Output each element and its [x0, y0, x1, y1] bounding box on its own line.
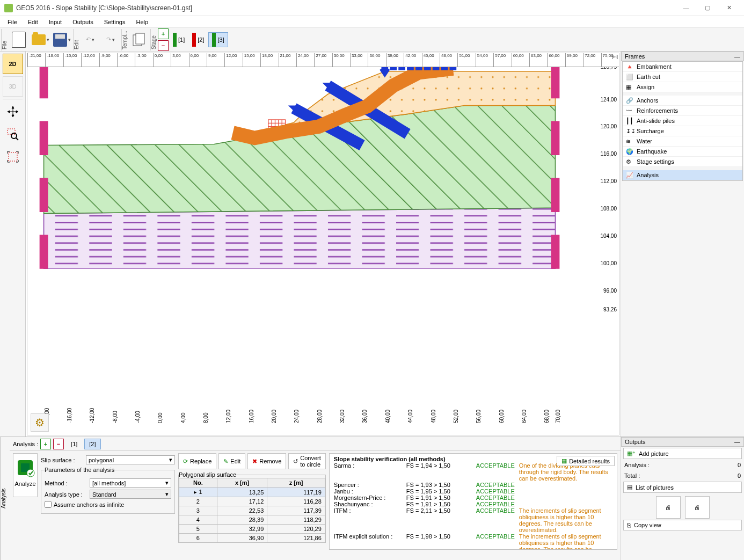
outputs-panel: Outputs— ▦⁺Add picture Analysis :0 Total… — [621, 437, 744, 560]
frame-icon: ≋ — [626, 138, 633, 144]
ruler-tick: 48,00 — [440, 53, 452, 67]
zoom-window-button[interactable] — [3, 124, 23, 144]
y-tick: 108,00 — [600, 206, 617, 212]
frame-item-surcharge[interactable]: ↧↧Surcharge — [623, 126, 742, 136]
minimize-button[interactable]: — — [675, 0, 697, 16]
stage-1[interactable]: [1] — [170, 33, 188, 47]
chevron-down-icon: ▾ — [68, 37, 71, 42]
collapse-button[interactable]: — — [734, 53, 740, 60]
analysis-2[interactable]: [2] — [84, 439, 100, 449]
outputs-total-label: Total : — [624, 472, 640, 479]
analysis-type-select[interactable]: Standard▾ — [90, 490, 171, 499]
slip-surface-select[interactable]: polygonal▾ — [86, 455, 175, 464]
maximize-button[interactable]: ▢ — [697, 0, 718, 16]
ruler-tick: 6,00 — [189, 53, 199, 67]
remove-button[interactable]: ✖Remove — [247, 453, 286, 469]
open-file-button[interactable]: ▾ — [30, 30, 50, 50]
result-row: ITFM :FS = 2,11 > 1,50ACCEPTABLEThe incr… — [334, 507, 612, 533]
replace-button[interactable]: ⟳Replace — [178, 453, 216, 469]
copy-view-button[interactable]: ⎘Copy view — [623, 520, 742, 530]
y-tick: 116,00 — [600, 151, 617, 157]
y-tick: 120,00 — [600, 123, 617, 129]
table-row[interactable]: 217,12116,28 — [179, 497, 325, 506]
menu-outputs[interactable]: Outputs — [67, 18, 99, 26]
frame-item-assign[interactable]: ▦Assign — [623, 82, 742, 92]
remove-stage-button[interactable]: − — [158, 40, 169, 51]
extents-icon — [6, 150, 19, 163]
analysis-1[interactable]: [1] — [66, 439, 82, 449]
menu-edit[interactable]: Edit — [23, 18, 43, 26]
frame-item-anti-slide-piles[interactable]: ┃┃Anti-slide piles — [623, 116, 742, 126]
convert-button[interactable]: ↺Convert to circle — [288, 453, 326, 469]
menu-input[interactable]: Input — [43, 18, 67, 26]
menu-help[interactable]: Help — [130, 18, 154, 26]
frame-item-reinforcements[interactable]: 〰Reinforcements — [623, 106, 742, 116]
close-button[interactable]: ✕ — [718, 0, 740, 16]
undo-button[interactable]: ↶▾ — [81, 30, 100, 49]
frame-item-water[interactable]: ≋Water — [623, 136, 742, 147]
add-analysis-button[interactable]: + — [40, 439, 51, 449]
pan-button[interactable] — [3, 101, 23, 122]
redo-button[interactable]: ↷▾ — [101, 30, 120, 49]
template-copy-button[interactable] — [129, 30, 149, 50]
canvas[interactable]: 128,75124,00120,00116,00112,00108,00104,… — [27, 67, 619, 435]
frame-item-earthquake[interactable]: 🌍Earthquake — [623, 147, 742, 157]
table-row[interactable]: 322,53117,39 — [179, 506, 325, 515]
toolbar: File ▾ ▾ Edit ↶▾ ↷▾ Templ... Stage + − [… — [0, 28, 744, 52]
save-file-button[interactable]: ▾ — [52, 30, 72, 50]
print-picture-button[interactable]: 🖨 — [685, 496, 710, 519]
edit-button[interactable]: ✎Edit — [218, 453, 245, 469]
view-2d-button[interactable]: 2D — [3, 54, 23, 74]
frame-item-embankment[interactable]: 🔺Embankment — [623, 62, 742, 72]
viewport[interactable]: [m] -21,00-18,00-15,00-12,00-9,00-6,00-3… — [27, 53, 619, 435]
frame-item-anchors[interactable]: 🔗Anchors — [623, 96, 742, 106]
method-select[interactable]: [all methods]▾ — [90, 478, 171, 488]
stage-3[interactable]: [3] — [208, 32, 228, 47]
x-tick: 60,00 — [499, 410, 505, 423]
table-row[interactable]: 532,99120,29 — [179, 525, 325, 534]
stage-2[interactable]: [2] — [189, 33, 207, 47]
table-row[interactable]: 428,39118,29 — [179, 515, 325, 525]
ruler-tick: 0,00 — [153, 53, 163, 67]
table-row[interactable]: ▸ 113,25117,19 — [179, 488, 325, 497]
frame-icon: ⬜ — [626, 74, 633, 80]
print-button[interactable]: 🖨 — [656, 496, 681, 519]
slip-table[interactable]: No. x [m] z [m] ▸ 113,25117,19217,12116,… — [179, 478, 325, 542]
collapse-button[interactable]: — — [734, 439, 740, 445]
menu-settings[interactable]: Settings — [99, 18, 131, 26]
view-3d-button[interactable]: 3D — [3, 76, 23, 97]
cross-section-svg — [38, 67, 589, 269]
toolbar-group-stage: Stage — [150, 29, 157, 50]
chevron-down-icon: ▾ — [169, 456, 172, 463]
new-file-button[interactable] — [9, 30, 29, 50]
y-axis: 128,75124,00120,00116,00112,00108,00104,… — [592, 67, 619, 310]
ruler-tick: 27,00 — [314, 53, 326, 67]
frame-item-earth-cut[interactable]: ⬜Earth cut — [623, 72, 742, 82]
add-picture-button[interactable]: ▦⁺Add picture — [623, 448, 742, 459]
y-tick: 100,00 — [600, 260, 617, 266]
frame-label: Embankment — [637, 63, 672, 70]
remove-analysis-button[interactable]: − — [53, 439, 64, 449]
detailed-results-button[interactable]: ▦Detailed results — [557, 456, 615, 466]
list-pictures-button[interactable]: ▤List of pictures — [623, 482, 742, 493]
add-stage-button[interactable]: + — [158, 28, 169, 39]
table-row[interactable]: 636,90121,86 — [179, 534, 325, 543]
frame-item-analysis[interactable]: 📈Analysis — [623, 170, 742, 180]
menu-file[interactable]: File — [2, 18, 23, 26]
analysis-tab-label[interactable]: Analysis — [0, 437, 10, 560]
anchors-infinite-checkbox[interactable] — [45, 501, 52, 508]
settings-gear-button[interactable]: ⚙ — [31, 413, 49, 432]
analyze-button[interactable]: Analyze — [13, 453, 38, 497]
x-tick: -8,00 — [112, 411, 118, 423]
analysis-tabs-label: Analysis : — [13, 441, 38, 447]
toolbar-group-template: Templ... — [121, 29, 128, 50]
frame-item-stage-settings[interactable]: ⚙Stage settings — [623, 157, 742, 167]
outputs-analysis-value: 0 — [738, 462, 741, 468]
zoom-extents-button[interactable] — [3, 147, 23, 167]
frame-label: Water — [637, 138, 652, 144]
chevron-down-icon: ▾ — [47, 37, 49, 42]
refresh-icon: ⟳ — [183, 458, 188, 465]
x-tick: 44,00 — [407, 410, 413, 423]
outputs-title: Outputs — [625, 439, 646, 445]
ruler-tick: 30,00 — [332, 53, 345, 67]
